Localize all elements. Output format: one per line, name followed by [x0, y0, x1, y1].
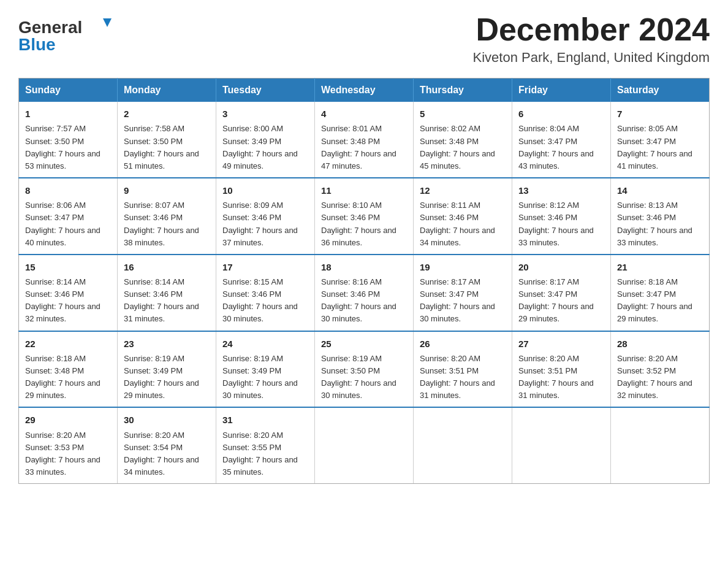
day-number: 23: [124, 337, 210, 351]
day-number: 19: [420, 260, 506, 274]
day-info: Sunrise: 7:58 AMSunset: 3:50 PMDaylight:…: [124, 123, 210, 172]
day-cell-28: 28Sunrise: 8:20 AMSunset: 3:52 PMDayligh…: [611, 331, 710, 408]
day-info: Sunrise: 7:57 AMSunset: 3:50 PMDaylight:…: [25, 123, 111, 172]
day-cell-10: 10Sunrise: 8:09 AMSunset: 3:46 PMDayligh…: [216, 178, 315, 255]
weekday-header-saturday: Saturday: [611, 79, 710, 102]
day-number: 24: [222, 337, 308, 351]
day-info: Sunrise: 8:10 AMSunset: 3:46 PMDaylight:…: [321, 199, 407, 249]
day-cell-9: 9Sunrise: 8:07 AMSunset: 3:46 PMDaylight…: [118, 178, 216, 255]
day-number: 14: [617, 183, 703, 197]
day-number: 1: [25, 107, 111, 121]
day-info: Sunrise: 8:00 AMSunset: 3:49 PMDaylight:…: [222, 123, 308, 172]
day-number: 28: [617, 337, 703, 351]
svg-text:Blue: Blue: [18, 35, 56, 54]
day-number: 20: [518, 260, 604, 274]
day-number: 17: [222, 260, 308, 274]
page-header: General Blue December 2024 Kiveton Park,…: [18, 12, 710, 66]
weekday-header-friday: Friday: [512, 79, 611, 102]
day-info: Sunrise: 8:20 AMSunset: 3:51 PMDaylight:…: [518, 353, 604, 402]
day-info: Sunrise: 8:19 AMSunset: 3:49 PMDaylight:…: [124, 353, 210, 402]
day-info: Sunrise: 8:20 AMSunset: 3:54 PMDaylight:…: [124, 429, 210, 479]
day-number: 27: [518, 337, 604, 351]
svg-text:General: General: [18, 18, 82, 37]
day-cell-31: 31Sunrise: 8:20 AMSunset: 3:55 PMDayligh…: [216, 407, 315, 483]
day-number: 26: [420, 337, 506, 351]
empty-cell: [414, 407, 512, 483]
day-cell-19: 19Sunrise: 8:17 AMSunset: 3:47 PMDayligh…: [414, 255, 512, 331]
week-row-2: 8Sunrise: 8:06 AMSunset: 3:47 PMDaylight…: [19, 178, 710, 255]
day-number: 7: [617, 107, 703, 121]
month-title: December 2024: [473, 12, 710, 47]
day-number: 16: [124, 260, 210, 274]
day-number: 8: [25, 183, 111, 197]
day-info: Sunrise: 8:05 AMSunset: 3:47 PMDaylight:…: [617, 123, 703, 172]
day-cell-30: 30Sunrise: 8:20 AMSunset: 3:54 PMDayligh…: [118, 407, 216, 483]
day-cell-18: 18Sunrise: 8:16 AMSunset: 3:46 PMDayligh…: [315, 255, 414, 331]
empty-cell: [611, 407, 710, 483]
day-cell-7: 7Sunrise: 8:05 AMSunset: 3:47 PMDaylight…: [611, 102, 710, 178]
day-number: 2: [124, 107, 210, 121]
day-info: Sunrise: 8:17 AMSunset: 3:47 PMDaylight:…: [420, 276, 506, 326]
day-info: Sunrise: 8:17 AMSunset: 3:47 PMDaylight:…: [518, 276, 604, 326]
day-info: Sunrise: 8:20 AMSunset: 3:53 PMDaylight:…: [25, 429, 111, 479]
day-number: 9: [124, 183, 210, 197]
day-info: Sunrise: 8:12 AMSunset: 3:46 PMDaylight:…: [518, 199, 604, 249]
day-number: 6: [518, 107, 604, 121]
day-info: Sunrise: 8:02 AMSunset: 3:48 PMDaylight:…: [420, 123, 506, 172]
day-cell-4: 4Sunrise: 8:01 AMSunset: 3:48 PMDaylight…: [315, 102, 414, 178]
week-row-4: 22Sunrise: 8:18 AMSunset: 3:48 PMDayligh…: [19, 331, 710, 408]
day-cell-12: 12Sunrise: 8:11 AMSunset: 3:46 PMDayligh…: [414, 178, 512, 255]
day-info: Sunrise: 8:19 AMSunset: 3:49 PMDaylight:…: [222, 353, 308, 402]
day-info: Sunrise: 8:20 AMSunset: 3:51 PMDaylight:…: [420, 353, 506, 402]
day-cell-25: 25Sunrise: 8:19 AMSunset: 3:50 PMDayligh…: [315, 331, 414, 408]
logo-svg: General Blue: [18, 12, 116, 55]
day-cell-17: 17Sunrise: 8:15 AMSunset: 3:46 PMDayligh…: [216, 255, 315, 331]
day-number: 10: [222, 183, 308, 197]
empty-cell: [315, 407, 414, 483]
day-number: 4: [321, 107, 407, 121]
empty-cell: [512, 407, 611, 483]
week-row-1: 1Sunrise: 7:57 AMSunset: 3:50 PMDaylight…: [19, 102, 710, 178]
day-cell-8: 8Sunrise: 8:06 AMSunset: 3:47 PMDaylight…: [19, 178, 118, 255]
day-cell-3: 3Sunrise: 8:00 AMSunset: 3:49 PMDaylight…: [216, 102, 315, 178]
day-info: Sunrise: 8:20 AMSunset: 3:52 PMDaylight:…: [617, 353, 703, 402]
day-cell-16: 16Sunrise: 8:14 AMSunset: 3:46 PMDayligh…: [118, 255, 216, 331]
day-number: 15: [25, 260, 111, 274]
weekday-header-thursday: Thursday: [414, 79, 512, 102]
day-cell-2: 2Sunrise: 7:58 AMSunset: 3:50 PMDaylight…: [118, 102, 216, 178]
day-number: 31: [222, 413, 308, 427]
day-info: Sunrise: 8:07 AMSunset: 3:46 PMDaylight:…: [124, 199, 210, 249]
logo: General Blue: [18, 12, 116, 55]
location-title: Kiveton Park, England, United Kingdom: [473, 50, 710, 66]
day-info: Sunrise: 8:19 AMSunset: 3:50 PMDaylight:…: [321, 353, 407, 402]
day-cell-6: 6Sunrise: 8:04 AMSunset: 3:47 PMDaylight…: [512, 102, 611, 178]
weekday-header-tuesday: Tuesday: [216, 79, 315, 102]
day-number: 25: [321, 337, 407, 351]
day-info: Sunrise: 8:14 AMSunset: 3:46 PMDaylight:…: [124, 276, 210, 326]
day-number: 18: [321, 260, 407, 274]
day-cell-11: 11Sunrise: 8:10 AMSunset: 3:46 PMDayligh…: [315, 178, 414, 255]
day-cell-15: 15Sunrise: 8:14 AMSunset: 3:46 PMDayligh…: [19, 255, 118, 331]
day-cell-22: 22Sunrise: 8:18 AMSunset: 3:48 PMDayligh…: [19, 331, 118, 408]
weekday-header-row: SundayMondayTuesdayWednesdayThursdayFrid…: [19, 79, 710, 102]
day-number: 29: [25, 413, 111, 427]
day-cell-29: 29Sunrise: 8:20 AMSunset: 3:53 PMDayligh…: [19, 407, 118, 483]
day-number: 22: [25, 337, 111, 351]
day-info: Sunrise: 8:01 AMSunset: 3:48 PMDaylight:…: [321, 123, 407, 172]
weekday-header-sunday: Sunday: [19, 79, 118, 102]
weekday-header-wednesday: Wednesday: [315, 79, 414, 102]
week-row-5: 29Sunrise: 8:20 AMSunset: 3:53 PMDayligh…: [19, 407, 710, 483]
day-cell-23: 23Sunrise: 8:19 AMSunset: 3:49 PMDayligh…: [118, 331, 216, 408]
day-info: Sunrise: 8:20 AMSunset: 3:55 PMDaylight:…: [222, 429, 308, 479]
day-cell-20: 20Sunrise: 8:17 AMSunset: 3:47 PMDayligh…: [512, 255, 611, 331]
day-number: 12: [420, 183, 506, 197]
day-info: Sunrise: 8:16 AMSunset: 3:46 PMDaylight:…: [321, 276, 407, 326]
week-row-3: 15Sunrise: 8:14 AMSunset: 3:46 PMDayligh…: [19, 255, 710, 331]
day-info: Sunrise: 8:13 AMSunset: 3:46 PMDaylight:…: [617, 199, 703, 249]
day-info: Sunrise: 8:14 AMSunset: 3:46 PMDaylight:…: [25, 276, 111, 326]
day-info: Sunrise: 8:18 AMSunset: 3:47 PMDaylight:…: [617, 276, 703, 326]
calendar-table: SundayMondayTuesdayWednesdayThursdayFrid…: [18, 78, 710, 484]
day-cell-13: 13Sunrise: 8:12 AMSunset: 3:46 PMDayligh…: [512, 178, 611, 255]
day-number: 5: [420, 107, 506, 121]
title-block: December 2024 Kiveton Park, England, Uni…: [473, 12, 710, 66]
